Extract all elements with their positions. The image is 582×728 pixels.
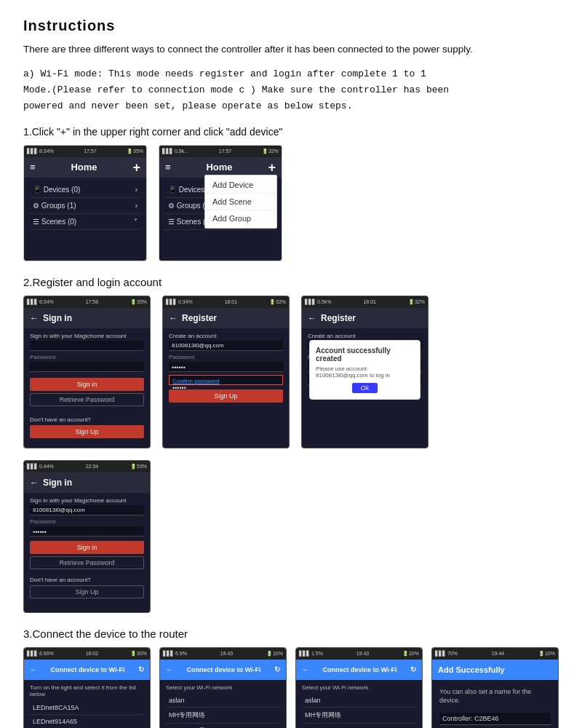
time-s1: 17:58: [86, 299, 99, 304]
battery-sr: 🔋53%: [130, 464, 147, 470]
chevron-right2: ›: [135, 202, 137, 210]
wifi-inst-header: ← Connect device to Wi-Fi ↻: [24, 660, 150, 680]
back-arrow-sr[interactable]: ←: [30, 478, 39, 488]
wifi-sel-content: Select your Wi-Fi network aslan MH专用网络 Z…: [160, 680, 286, 728]
signal-wi: ▋▋▋ 6.90%: [27, 651, 54, 657]
add-plus-button[interactable]: +: [132, 161, 140, 174]
signal-rs: ▋▋▋ 0.5k%: [305, 299, 331, 305]
battery-r: 🔋32%: [269, 299, 286, 305]
led-item-2[interactable]: LEDnet914A65: [30, 715, 144, 728]
signin-header: ← Sign in: [24, 308, 150, 328]
add-success-title: Add Successfully: [438, 665, 505, 674]
add-success-topbar: ▋▋▋ 70% 19:44 🔋10%: [432, 648, 558, 660]
reg-success-header: ← Register: [302, 308, 428, 328]
add-dropdown: Add Device Add Scene Add Group: [204, 175, 277, 229]
sr-password-input[interactable]: ••••••: [30, 526, 144, 537]
back-arrow-rs[interactable]: ←: [308, 313, 316, 323]
reg-success-title: Register: [321, 313, 356, 323]
wifi-pw-header: ← Connect device to Wi-Fi ↻: [296, 660, 422, 680]
step1-label: 1.Click "+" in the upper right corner an…: [23, 126, 559, 138]
wifi-instruction-screen: ▋▋▋ 6.90% 18:02 🔋30% ← Connect device to…: [23, 647, 151, 728]
password-input-empty[interactable]: [30, 362, 144, 372]
wifi-inst-title: Connect device to Wi-Fi: [51, 666, 125, 673]
sr-retrieve-btn[interactable]: Retrieve Password: [30, 556, 144, 569]
wifi-aslan-pw[interactable]: aslan: [302, 694, 416, 708]
back-arrow-icon[interactable]: ←: [30, 313, 39, 323]
led-item-1[interactable]: LEDnet8CA15A: [30, 701, 144, 715]
reg-success-topbar: ▋▋▋ 0.5k% 18:01 🔋32%: [302, 296, 428, 308]
register-success-screen: ▋▋▋ 0.5k% 18:01 🔋32% ← Register Create a…: [301, 296, 428, 448]
sr-email-input[interactable]: 8100813l0@qq.com: [30, 505, 144, 515]
no-account-label: Don't have an account?: [30, 416, 144, 423]
password-label: Password: [30, 354, 144, 360]
signal-sr: ▋▋▋ 0.44%: [27, 464, 54, 470]
signin-button[interactable]: Sign in: [30, 378, 144, 391]
add-device-option[interactable]: Add Device: [205, 177, 276, 194]
success-modal: Account successfully created Please use …: [309, 340, 420, 400]
add-plus-button2[interactable]: +: [268, 161, 276, 174]
wifi-mh[interactable]: MH专用网络: [166, 708, 280, 724]
chevron-down: ˅: [134, 218, 137, 226]
email-input-empty[interactable]: [30, 341, 144, 351]
modal-text: Please use account:8100813l0@qq.com to l…: [316, 365, 414, 379]
wifi-instruction-text: Turn on the light and select it from the…: [30, 684, 144, 697]
signal-s1: ▋▋▋ 6:34%: [27, 299, 54, 305]
step2-label: 2.Register and login account: [23, 276, 559, 288]
signin-ready-form: Sign in with your Magichome account 8100…: [24, 493, 150, 605]
add-success-screen: ▋▋▋ 70% 19:44 🔋10% Add Successfully You …: [431, 647, 559, 728]
screen1-content: 📱 Devices (0) › ⚙ Groups (1) › ☰ Scenes …: [24, 178, 146, 234]
groups-label: ⚙ Groups (1): [33, 202, 76, 210]
battery-status: 🔋35%: [127, 149, 143, 154]
retrieve-password-button[interactable]: Retrieve Password: [30, 393, 144, 406]
back-arrow-wsel[interactable]: ←: [166, 665, 173, 673]
time-display2: 17:57: [219, 149, 232, 154]
add-group-option[interactable]: Add Group: [205, 210, 276, 226]
groups-item: ⚙ Groups (1) ›: [30, 198, 140, 214]
wifi-pw-title: Connect device to Wi-Fi: [323, 666, 397, 673]
confirm-password-input[interactable]: Confirm password ••••••: [169, 375, 283, 385]
signin-topbar: ▋▋▋ 6:34% 17:58 🔋35%: [24, 296, 150, 308]
signin-ready-topbar: ▋▋▋ 0.44% 22:34 🔋53%: [24, 461, 150, 472]
register-password-input[interactable]: ••••••: [169, 362, 283, 372]
back-arrow-wifi[interactable]: ←: [30, 665, 37, 673]
scenes-label: ☰ Scenes (0): [33, 218, 76, 226]
signal-as: ▋▋▋ 70%: [435, 651, 458, 657]
screen2-topbar: ▋▋▋ 0.9k... 17:57 🔋32%: [159, 146, 282, 157]
signin-screen-ready: ▋▋▋ 0.44% 22:34 🔋53% ← Sign in Sign in w…: [23, 460, 151, 613]
back-arrow-wpw[interactable]: ←: [302, 665, 309, 673]
signin-form: Sign in with your Magichome account Pass…: [24, 328, 150, 445]
back-arrow-register[interactable]: ←: [169, 313, 178, 323]
battery-s1: 🔋35%: [130, 299, 147, 305]
sr-no-account: Don't have an account?: [30, 577, 144, 583]
sr-signup-btn[interactable]: Sign Up: [30, 585, 144, 598]
wifi-aslan[interactable]: aslan: [166, 694, 280, 708]
refresh-icon2[interactable]: ↻: [274, 665, 280, 673]
sr-signin-button[interactable]: Sign in: [30, 541, 144, 554]
refresh-icon3[interactable]: ↻: [410, 665, 416, 673]
email-hint-label2: Sign in with your Magichome account: [30, 497, 144, 504]
add-success-text: You can also set a name for the device.: [439, 687, 551, 705]
refresh-icon[interactable]: ↻: [138, 665, 144, 673]
add-success-header: Add Successfully: [432, 660, 558, 680]
signin-ready-header: ← Sign in: [24, 472, 150, 493]
device-name-input[interactable]: Controller: C2BE46: [439, 713, 551, 725]
screen1-title: Home: [71, 162, 97, 173]
devices-label: 📱 Devices (0): [33, 186, 80, 194]
signal-status: ▋▋▋ 6:34%: [27, 149, 54, 154]
signup-button[interactable]: Sign Up: [30, 425, 144, 438]
modal-ok-button[interactable]: Ok: [352, 383, 378, 393]
create-account-label: Create an account: [169, 333, 283, 339]
step3-label: 3.Connect the device to the router: [23, 628, 559, 640]
wifi-pw-content: Select your Wi-Fi network aslan MH专用网络 g…: [296, 680, 422, 728]
signal-status2: ▋▋▋ 0.9k...: [162, 149, 188, 154]
screen1-topbar: ▋▋▋ 6:34% 17:57 🔋35%: [24, 146, 146, 157]
battery-status2: 🔋32%: [262, 149, 279, 154]
signin-screen-empty: ▋▋▋ 6:34% 17:58 🔋35% ← Sign in Sign in w…: [23, 296, 151, 448]
battery-wsel: 🔋10%: [266, 651, 283, 657]
password-label2: Password: [169, 354, 283, 360]
register-email-input[interactable]: 8100813l0@qq.com: [169, 341, 283, 351]
wifi-zenoge[interactable]: Zenoge_Office: [166, 724, 280, 728]
add-scene-option[interactable]: Add Scene: [205, 194, 276, 210]
wifi-password-screen: ▋▋▋ 1.5% 19:43 🔋10% ← Connect device to …: [295, 647, 423, 728]
time-wsel: 19:43: [220, 651, 234, 656]
